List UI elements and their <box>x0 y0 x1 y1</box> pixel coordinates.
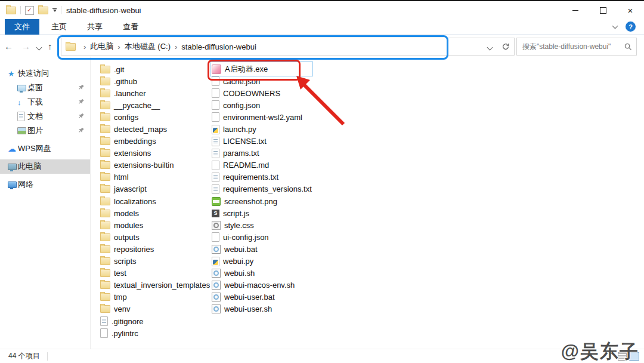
file-row[interactable]: javascript <box>100 183 208 195</box>
file-row[interactable]: params.txt <box>212 147 346 159</box>
sidebar-item-desktop[interactable]: 桌面 <box>0 81 90 95</box>
file-row[interactable]: webui.bat <box>212 243 346 255</box>
expand-ribbon-chevron-icon[interactable] <box>612 23 618 29</box>
file-row[interactable]: webui.sh <box>212 267 346 279</box>
breadcrumb-current-folder[interactable]: stable-diffusion-webui <box>181 42 256 51</box>
file-row[interactable]: .launcher <box>100 87 208 99</box>
folder-icon <box>100 293 110 301</box>
file-name: extensions <box>114 149 151 158</box>
file-row[interactable]: html <box>100 171 208 183</box>
back-button[interactable]: ← <box>0 41 17 51</box>
pin-icon <box>78 99 84 104</box>
sidebar-item-documents[interactable]: 文档 <box>0 109 90 124</box>
address-dropdown-chevron-icon[interactable] <box>488 42 498 51</box>
file-row[interactable]: requirements_versions.txt <box>212 183 346 195</box>
refresh-button[interactable] <box>497 38 515 56</box>
sidebar-item-pictures[interactable]: 图片 <box>0 124 90 138</box>
text-file-icon <box>212 173 219 182</box>
sidebar-item-label: 网络 <box>18 179 33 190</box>
file-explorer-window: ✓ stable-diffusion-webui × 文件 主页 共享 查看 ?… <box>0 0 644 363</box>
file-icon <box>212 232 219 242</box>
file-row[interactable]: __pycache__ <box>100 99 208 111</box>
file-name: __pycache__ <box>114 101 160 110</box>
sidebar-item-quick-access[interactable]: 快速访问 <box>0 66 90 81</box>
file-row[interactable]: webui.py <box>212 256 346 267</box>
file-row[interactable]: configs <box>100 111 208 123</box>
tab-share[interactable]: 共享 <box>79 19 111 35</box>
file-row[interactable]: textual_inversion_templates <box>100 279 208 291</box>
file-row[interactable]: embeddings <box>100 136 208 147</box>
navigation-pane: 快速访问 桌面 下载 文档 图片 WPS网盘 此电脑 网络 <box>0 57 91 349</box>
file-row[interactable]: extensions <box>100 147 208 159</box>
file-row[interactable]: .git <box>100 63 208 75</box>
sidebar-item-label: 桌面 <box>27 82 43 93</box>
file-row[interactable]: style.css <box>212 219 346 231</box>
pin-icon <box>78 84 84 90</box>
file-row[interactable]: scripts <box>100 256 208 267</box>
file-name: modules <box>114 221 143 230</box>
folder-icon <box>100 149 110 157</box>
file-name: test <box>114 269 126 278</box>
file-row[interactable]: extensions-builtin <box>100 159 208 171</box>
file-row[interactable]: repositories <box>100 243 208 255</box>
properties-checkbox-icon[interactable]: ✓ <box>25 6 34 15</box>
file-row[interactable]: modules <box>100 219 208 231</box>
recent-locations-chevron-icon[interactable] <box>35 41 44 52</box>
file-row[interactable]: outputs <box>100 231 208 243</box>
file-row[interactable]: webui-user.bat <box>212 291 346 303</box>
file-row[interactable]: screenshot.png <box>212 195 346 207</box>
file-row[interactable]: webui-macos-env.sh <box>212 279 346 291</box>
search-input[interactable] <box>517 42 624 51</box>
file-name: webui-user.sh <box>224 304 272 313</box>
file-name: cache.json <box>223 77 260 86</box>
file-row[interactable]: webui-user.sh <box>212 303 346 315</box>
file-name: detected_maps <box>114 125 167 134</box>
close-button[interactable]: × <box>617 1 644 19</box>
file-row[interactable]: .github <box>100 75 208 87</box>
desktop-icon <box>17 85 27 91</box>
file-row[interactable]: models <box>100 207 208 219</box>
file-row[interactable]: .pylintrc <box>100 327 208 339</box>
file-name: launch.py <box>223 125 256 134</box>
help-icon[interactable]: ? <box>626 21 636 32</box>
file-name: environment-wsl2.yaml <box>223 113 302 122</box>
file-row[interactable]: detected_maps <box>100 123 208 135</box>
new-folder-icon[interactable] <box>38 7 48 14</box>
file-row[interactable]: localizations <box>100 195 208 207</box>
file-row[interactable]: .gitignore <box>100 315 208 327</box>
up-button[interactable]: ↑ <box>44 41 57 51</box>
tab-home[interactable]: 主页 <box>43 19 75 35</box>
tab-view[interactable]: 查看 <box>114 19 147 35</box>
python-file-icon <box>212 125 219 134</box>
minimize-button[interactable] <box>562 1 589 19</box>
forward-button[interactable]: → <box>17 41 35 51</box>
sidebar-item-this-pc[interactable]: 此电脑 <box>0 159 90 174</box>
address-bar[interactable]: › 此电脑 › 本地磁盘 (C:) › stable-diffusion-web… <box>61 38 499 56</box>
sidebar-item-network[interactable]: 网络 <box>0 177 90 192</box>
breadcrumb-local-disk-c[interactable]: 本地磁盘 (C:) <box>125 41 171 52</box>
maximize-button[interactable] <box>589 1 617 19</box>
maximize-icon <box>600 7 606 14</box>
current-folder-icon <box>66 43 76 51</box>
breadcrumb-this-pc[interactable]: 此电脑 <box>90 41 113 52</box>
sidebar-item-downloads[interactable]: 下载 <box>0 95 90 109</box>
file-row[interactable]: requirements.txt <box>212 171 346 183</box>
search-box[interactable] <box>516 38 637 56</box>
png-file-icon <box>212 197 221 206</box>
sidebar-item-wps-cloud[interactable]: WPS网盘 <box>0 141 90 156</box>
search-icon <box>624 43 632 51</box>
customize-toolbar-dropdown-icon[interactable] <box>52 8 57 12</box>
tab-file[interactable]: 文件 <box>5 19 39 35</box>
file-row[interactable]: README.md <box>212 159 346 171</box>
file-name: README.md <box>223 161 269 170</box>
file-icon <box>212 76 219 86</box>
file-row[interactable]: ui-config.json <box>212 231 346 243</box>
text-file-icon <box>212 149 219 158</box>
file-row[interactable]: test <box>100 267 208 279</box>
file-name: tmp <box>114 293 127 302</box>
file-row[interactable]: script.js <box>212 207 346 219</box>
file-row[interactable]: LICENSE.txt <box>212 136 346 147</box>
file-row[interactable]: tmp <box>100 291 208 303</box>
file-icon <box>212 88 219 98</box>
file-row[interactable]: venv <box>100 303 208 315</box>
